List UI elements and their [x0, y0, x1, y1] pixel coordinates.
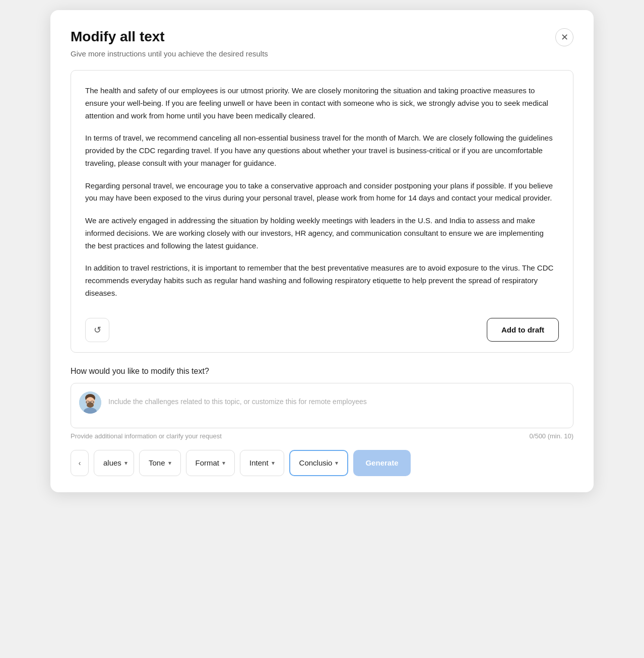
input-meta: Provide additional information or clarif… — [71, 432, 573, 440]
modify-section: How would you like to modify this text? — [71, 367, 573, 476]
chip-tone[interactable]: Tone ▾ — [139, 450, 181, 476]
chip-tone-label: Tone — [149, 458, 165, 467]
modal-subtitle: Give more instructions until you achieve… — [71, 49, 573, 58]
input-hint: Provide additional information or clarif… — [71, 432, 222, 440]
char-count: 0/500 (min. 10) — [530, 432, 573, 440]
chevron-down-icon: ▾ — [222, 459, 225, 467]
close-icon: ✕ — [561, 32, 568, 43]
close-button[interactable]: ✕ — [555, 28, 573, 46]
chip-format-label: Format — [196, 458, 220, 467]
chevron-down-icon: ▾ — [124, 459, 127, 467]
chip-intent[interactable]: Intent ▾ — [240, 450, 284, 476]
preview-paragraph-4: We are actively engaged in addressing th… — [85, 215, 555, 252]
text-preview-content[interactable]: The health and safety of our employees i… — [85, 85, 559, 310]
chips-nav-prev-button[interactable]: ‹ — [71, 450, 89, 476]
modify-label: How would you like to modify this text? — [71, 367, 573, 376]
avatar — [79, 391, 101, 414]
refresh-icon: ↺ — [94, 324, 101, 336]
modal-container: Modify all text ✕ Give more instructions… — [50, 10, 594, 492]
modify-input-placeholder[interactable]: Include the challenges related to this t… — [108, 391, 565, 406]
preview-paragraph-3: Regarding personal travel, we encourage … — [85, 180, 555, 205]
text-preview-box: The health and safety of our employees i… — [71, 70, 573, 353]
chip-conclusion[interactable]: Conclusio ▾ — [289, 450, 349, 476]
preview-paragraph-2: In terms of travel, we recommend canceli… — [85, 132, 555, 169]
modal-header: Modify all text ✕ — [71, 28, 573, 46]
preview-paragraph-5: In addition to travel restrictions, it i… — [85, 262, 555, 299]
chevron-down-icon: ▾ — [168, 459, 171, 467]
chip-format[interactable]: Format ▾ — [186, 450, 235, 476]
add-to-draft-button[interactable]: Add to draft — [487, 318, 559, 342]
chips-row: ‹ alues ▾ Tone ▾ Format ▾ Intent ▾ Concl… — [71, 450, 573, 476]
chip-intent-label: Intent — [249, 458, 269, 467]
modify-input-area[interactable]: Include the challenges related to this t… — [71, 383, 573, 428]
generate-button[interactable]: Generate — [353, 450, 410, 476]
chip-values-label: alues — [103, 458, 121, 467]
preview-paragraph-1: The health and safety of our employees i… — [85, 85, 555, 122]
chip-values[interactable]: alues ▾ — [94, 450, 134, 476]
chevron-down-icon: ▾ — [272, 459, 275, 467]
chevron-down-icon: ▾ — [335, 459, 338, 467]
modal-title: Modify all text — [71, 28, 165, 45]
chip-conclusion-label: Conclusio — [299, 458, 333, 467]
chevron-left-icon: ‹ — [79, 459, 81, 467]
preview-actions: ↺ Add to draft — [85, 310, 559, 352]
refresh-button[interactable]: ↺ — [85, 318, 109, 342]
